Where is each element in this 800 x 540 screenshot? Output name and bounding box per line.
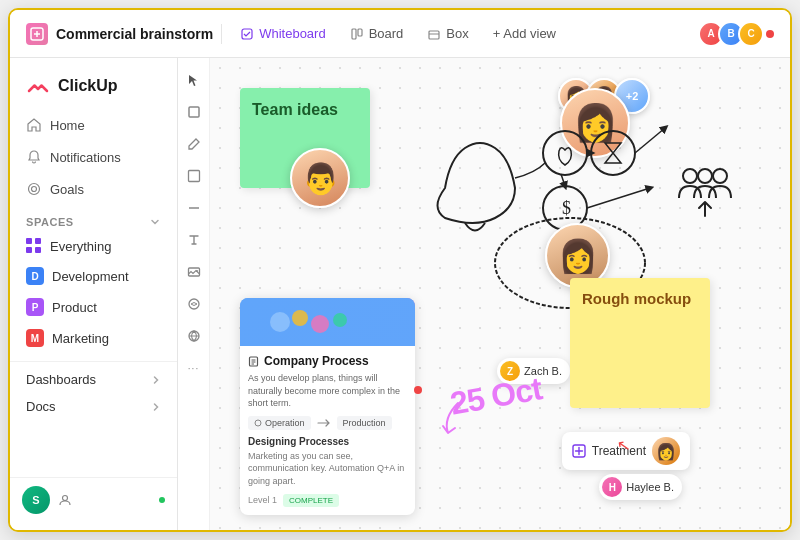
tool-pen[interactable] [180, 130, 208, 158]
process-card-text: As you develop plans, things will natura… [248, 372, 407, 410]
svg-rect-2 [352, 29, 356, 39]
tab-whiteboard[interactable]: Whiteboard [230, 21, 335, 46]
haylee-avatar: H [602, 477, 622, 497]
app-name: ClickUp [58, 77, 118, 95]
development-dot: D [26, 267, 44, 285]
treatment-avatar: 👩 [652, 437, 680, 465]
everything-label: Everything [50, 239, 111, 254]
person-label-haylee: H Haylee B. [599, 474, 682, 500]
header-title-area: Commercial brainstorm Whiteboard Board [26, 21, 686, 46]
tab-box[interactable]: Box [417, 21, 478, 46]
svg-point-21 [698, 169, 712, 183]
process-card-desc: Marketing as you can see, communication … [248, 450, 407, 488]
company-process-card[interactable]: Company Process As you develop plans, th… [240, 298, 415, 515]
docs-label: Docs [26, 399, 56, 414]
tool-image[interactable] [180, 258, 208, 286]
user-dot [159, 497, 165, 503]
product-dot: P [26, 298, 44, 316]
sidebar-item-product[interactable]: P Product [18, 292, 169, 322]
canvas-toolbar: ··· [178, 58, 210, 530]
tool-text[interactable] [180, 226, 208, 254]
sidebar-nav: Home Notifications Goals [10, 110, 177, 204]
whiteboard-tab-icon [240, 27, 254, 41]
sticky-green-text: Team ideas [252, 100, 338, 121]
everything-icon [26, 238, 42, 254]
notifications-label: Notifications [50, 150, 121, 165]
process-card-title-text: Company Process [264, 354, 369, 368]
man-face-icon: 👨 [290, 148, 350, 208]
avatar-status-dot [766, 30, 774, 38]
goals-icon [26, 181, 42, 197]
add-view-label: + Add view [493, 26, 556, 41]
user-profile[interactable]: S [10, 477, 177, 522]
chevron-down-icon [149, 216, 161, 228]
sidebar-item-notifications[interactable]: Notifications [18, 142, 169, 172]
tool-pointer[interactable] [180, 66, 208, 94]
sticky-note-rough-mockup[interactable]: Rough mockup [570, 278, 710, 408]
tool-shapes[interactable] [180, 98, 208, 126]
people-group-icon [675, 158, 735, 222]
spaces-section: Spaces [10, 204, 177, 232]
development-label: Development [52, 269, 129, 284]
arrow-icon [317, 419, 331, 427]
svg-rect-9 [188, 171, 199, 182]
sidebar: ClickUp Home Notifications [10, 58, 178, 530]
sidebar-item-everything[interactable]: Everything [18, 232, 169, 260]
svg-point-7 [63, 496, 68, 501]
svg-point-24 [270, 312, 290, 332]
tool-pencil[interactable] [180, 162, 208, 190]
canvas-man-face: 👨 [290, 148, 350, 208]
divider [221, 24, 222, 44]
header-avatars: A B C [698, 21, 774, 47]
svg-point-22 [713, 169, 727, 183]
spaces-list: Everything D Development P Product M Mar… [10, 232, 177, 353]
marketing-dot: M [26, 329, 44, 347]
sidebar-bottom-section: Dashboards Docs [10, 361, 177, 424]
process-card-section: Designing Processes [248, 436, 407, 447]
treatment-icon [572, 444, 586, 458]
sidebar-item-dashboards[interactable]: Dashboards [18, 366, 169, 393]
app-window: Commercial brainstorm Whiteboard Board [8, 8, 792, 532]
bell-icon [26, 149, 42, 165]
tool-more[interactable]: ··· [180, 354, 208, 382]
complete-tag: COMPLETE [283, 494, 339, 507]
board-tab-icon [350, 27, 364, 41]
tool-globe[interactable] [180, 322, 208, 350]
page-title: Commercial brainstorm [56, 26, 213, 42]
process-level: Level 1 [248, 495, 277, 505]
tool-connector[interactable] [180, 290, 208, 318]
process-card-body: Company Process As you develop plans, th… [240, 346, 415, 515]
chevron-right-icon [151, 375, 161, 385]
canvas-area[interactable]: Team ideas 👩 👨 +2 👩 👨 [210, 58, 790, 530]
svg-point-15 [543, 131, 587, 175]
sidebar-item-docs[interactable]: Docs [18, 393, 169, 420]
svg-point-20 [683, 169, 697, 183]
svg-point-32 [255, 420, 261, 426]
home-icon [26, 117, 42, 133]
tab-board-label: Board [369, 26, 404, 41]
svg-point-27 [333, 313, 347, 327]
tool-select[interactable] [180, 194, 208, 222]
sidebar-user-area: S [10, 473, 177, 522]
svg-rect-1 [242, 29, 252, 39]
spaces-label: Spaces [26, 216, 74, 228]
main-layout: ClickUp Home Notifications [10, 58, 790, 530]
home-label: Home [50, 118, 85, 133]
process-card-footer: Level 1 COMPLETE [248, 494, 407, 507]
sidebar-item-development[interactable]: D Development [18, 261, 169, 291]
tab-whiteboard-label: Whiteboard [259, 26, 325, 41]
svg-point-5 [29, 184, 40, 195]
haylee-name: Haylee B. [626, 481, 674, 493]
red-pin [414, 386, 422, 394]
add-view-button[interactable]: + Add view [483, 21, 566, 46]
logo-area: ClickUp [10, 66, 177, 110]
sidebar-item-goals[interactable]: Goals [18, 174, 169, 204]
svg-rect-4 [429, 31, 439, 39]
header-tabs: Whiteboard Board Box + Add view [230, 21, 566, 46]
sidebar-item-marketing[interactable]: M Marketing [18, 323, 169, 353]
sidebar-item-home[interactable]: Home [18, 110, 169, 140]
svg-point-12 [196, 270, 198, 272]
svg-point-26 [311, 315, 329, 333]
tag-operation: Operation [248, 416, 311, 430]
tab-board[interactable]: Board [340, 21, 414, 46]
